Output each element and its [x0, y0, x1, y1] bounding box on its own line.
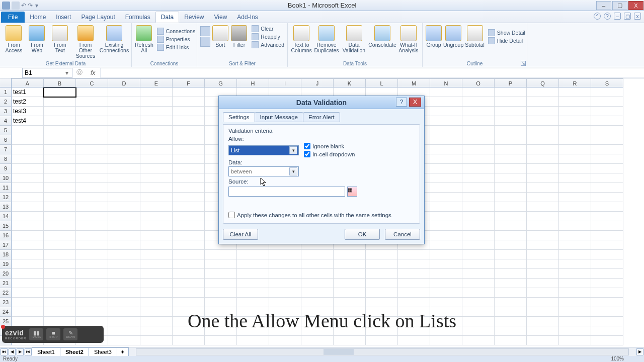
workbook-close-icon[interactable]: x: [634, 13, 641, 20]
cell-D17[interactable]: [108, 240, 140, 250]
cell-L20[interactable]: [366, 269, 398, 279]
cell-E14[interactable]: [140, 212, 173, 221]
cell-B1[interactable]: [44, 87, 76, 97]
cell-L21[interactable]: [366, 279, 398, 288]
cell-C8[interactable]: [76, 154, 108, 164]
cell-B22[interactable]: [44, 288, 76, 298]
file-tab[interactable]: File: [1, 12, 25, 23]
cell-N7[interactable]: [430, 145, 462, 154]
cell-B13[interactable]: [44, 202, 76, 212]
cell-E2[interactable]: [140, 97, 173, 107]
cell-N1[interactable]: [430, 87, 462, 97]
sheet-nav-next-icon[interactable]: ▶: [17, 348, 24, 355]
refresh-all-button[interactable]: RefreshAll: [135, 24, 153, 54]
cell-O9[interactable]: [462, 164, 495, 173]
cell-N23[interactable]: [430, 298, 462, 307]
cell-E23[interactable]: [140, 298, 173, 307]
cell-M27[interactable]: [398, 336, 430, 345]
tab-formulas[interactable]: Formulas: [120, 12, 155, 23]
cell-B2[interactable]: [44, 97, 76, 107]
cell-O14[interactable]: [462, 212, 495, 221]
cell-K27[interactable]: [334, 336, 366, 345]
row-header-1[interactable]: 1: [0, 87, 12, 97]
cell-A19[interactable]: [12, 259, 44, 269]
cell-D2[interactable]: [108, 97, 140, 107]
row-header-12[interactable]: 12: [0, 193, 12, 202]
cell-S5[interactable]: [591, 126, 623, 135]
cell-E9[interactable]: [140, 164, 173, 173]
column-header-M[interactable]: M: [398, 79, 430, 87]
cell-O17[interactable]: [462, 240, 495, 250]
row-header-11[interactable]: 11: [0, 183, 12, 193]
cell-B10[interactable]: [44, 173, 76, 183]
cell-A23[interactable]: [12, 298, 44, 307]
cell-R21[interactable]: [559, 279, 591, 288]
cell-R14[interactable]: [559, 212, 591, 221]
cell-F14[interactable]: [173, 212, 205, 221]
cell-Q3[interactable]: [527, 107, 559, 116]
cell-I18[interactable]: [269, 250, 301, 259]
tab-data[interactable]: Data: [155, 12, 179, 23]
cell-P22[interactable]: [495, 288, 527, 298]
cell-Q27[interactable]: [527, 336, 559, 345]
cell-F7[interactable]: [173, 145, 205, 154]
column-header-S[interactable]: S: [591, 79, 623, 87]
cell-Q6[interactable]: [527, 135, 559, 145]
cell-A4[interactable]: test4: [12, 116, 44, 126]
cell-C12[interactable]: [76, 193, 108, 202]
cell-N9[interactable]: [430, 164, 462, 173]
cell-Q13[interactable]: [527, 202, 559, 212]
cell-N6[interactable]: [430, 135, 462, 145]
cell-P21[interactable]: [495, 279, 527, 288]
cell-D22[interactable]: [108, 288, 140, 298]
cell-P4[interactable]: [495, 116, 527, 126]
cell-E18[interactable]: [140, 250, 173, 259]
cell-O18[interactable]: [462, 250, 495, 259]
cell-J22[interactable]: [301, 288, 334, 298]
cell-G18[interactable]: [205, 250, 237, 259]
row-header-19[interactable]: 19: [0, 259, 12, 269]
cell-F23[interactable]: [173, 298, 205, 307]
reapply-button[interactable]: Reapply: [252, 33, 284, 40]
cell-F18[interactable]: [173, 250, 205, 259]
cell-C23[interactable]: [76, 298, 108, 307]
tab-view[interactable]: View: [209, 12, 232, 23]
cell-S19[interactable]: [591, 259, 623, 269]
cell-I20[interactable]: [269, 269, 301, 279]
cell-C22[interactable]: [76, 288, 108, 298]
ok-button[interactable]: OK: [345, 229, 380, 240]
cell-I21[interactable]: [269, 279, 301, 288]
row-header-8[interactable]: 8: [0, 154, 12, 164]
tab-pagelayout[interactable]: Page Layout: [76, 12, 120, 23]
dialog-titlebar[interactable]: Data Validation ? X: [219, 96, 424, 109]
cell-R6[interactable]: [559, 135, 591, 145]
cell-F9[interactable]: [173, 164, 205, 173]
cell-D5[interactable]: [108, 126, 140, 135]
cell-P17[interactable]: [495, 240, 527, 250]
what-if-button[interactable]: What-IfAnalysis: [398, 24, 419, 54]
text-to-columns-button[interactable]: Text toColumns: [291, 24, 312, 54]
from-text-button[interactable]: FromText: [49, 24, 71, 60]
undo-icon[interactable]: ↶: [21, 2, 26, 9]
cell-Q4[interactable]: [527, 116, 559, 126]
cell-Q18[interactable]: [527, 250, 559, 259]
cell-A20[interactable]: [12, 269, 44, 279]
clear-button[interactable]: Clear: [252, 25, 284, 32]
cell-D6[interactable]: [108, 135, 140, 145]
cell-Q16[interactable]: [527, 231, 559, 240]
zoom-level[interactable]: 100%: [611, 356, 624, 362]
cell-S12[interactable]: [591, 193, 623, 202]
cell-A14[interactable]: [12, 212, 44, 221]
cell-R18[interactable]: [559, 250, 591, 259]
cell-G21[interactable]: [205, 279, 237, 288]
cell-S17[interactable]: [591, 240, 623, 250]
cell-B19[interactable]: [44, 259, 76, 269]
cell-J23[interactable]: [301, 298, 334, 307]
cell-Q17[interactable]: [527, 240, 559, 250]
cell-E16[interactable]: [140, 231, 173, 240]
cell-R1[interactable]: [559, 87, 591, 97]
dialog-tab-settings[interactable]: Settings: [223, 112, 255, 122]
cell-C2[interactable]: [76, 97, 108, 107]
cell-F16[interactable]: [173, 231, 205, 240]
cell-F17[interactable]: [173, 240, 205, 250]
